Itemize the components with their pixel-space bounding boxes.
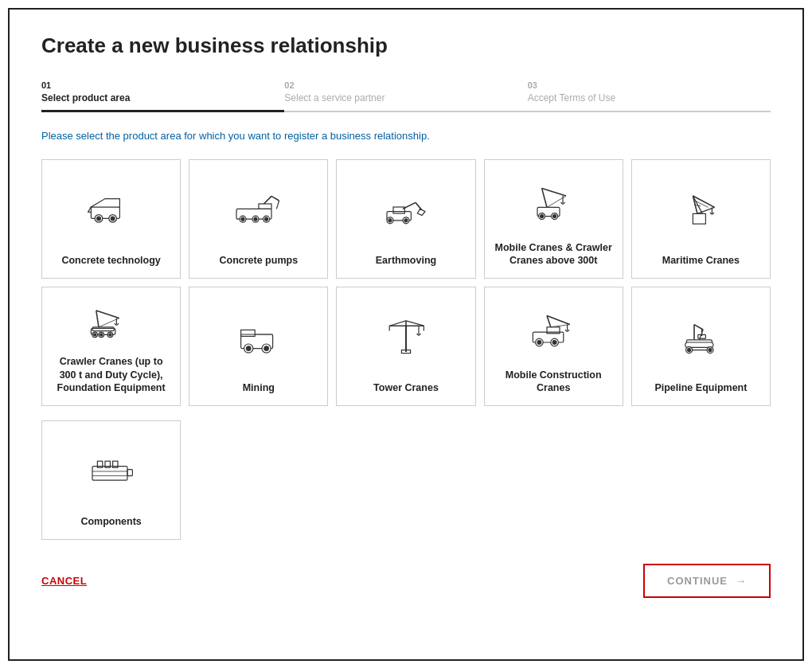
continue-button[interactable]: CONTINUE → [643, 564, 771, 598]
mobile-crawler-cranes-icon [528, 173, 579, 232]
svg-point-2 [96, 217, 100, 221]
svg-marker-5 [91, 198, 119, 206]
svg-point-4 [111, 217, 115, 221]
card-mobile-crawler-cranes-label: Mobile Cranes & Crawler Cranes above 300… [493, 241, 615, 268]
pipeline-equipment-icon [675, 300, 726, 372]
step-2-label: Select a service partner [284, 92, 527, 104]
svg-point-61 [264, 346, 269, 351]
steps-bar: 01 Select product area 02 Select a servi… [41, 80, 771, 112]
card-pipeline-equipment-label: Pipeline Equipment [654, 381, 747, 394]
step-3-label: Accept Terms of Use [528, 92, 771, 104]
svg-rect-36 [693, 213, 706, 224]
step-1-label: Select product area [41, 92, 284, 104]
svg-point-29 [541, 214, 544, 217]
svg-point-51 [108, 333, 111, 335]
components-icon [86, 434, 137, 506]
svg-point-23 [404, 219, 408, 222]
card-tower-cranes[interactable]: Tower Cranes [336, 287, 475, 406]
svg-point-15 [264, 217, 267, 221]
card-concrete-pumps-label: Concrete pumps [219, 254, 298, 267]
card-crawler-cranes[interactable]: Crawler Cranes (up to 300 t and Duty Cyc… [41, 287, 181, 406]
card-concrete-pumps[interactable]: Concrete pumps [189, 159, 328, 279]
bottom-actions: CANCEL CONTINUE → [41, 556, 771, 598]
svg-line-53 [96, 311, 119, 318]
instruction-text: Please select the product area for which… [41, 130, 771, 142]
svg-point-75 [537, 340, 541, 344]
svg-rect-9 [259, 204, 271, 209]
crawler-cranes-icon [86, 300, 137, 346]
card-tower-cranes-label: Tower Cranes [373, 381, 439, 394]
svg-point-59 [246, 346, 251, 351]
card-components-label: Components [80, 515, 141, 528]
card-concrete-technology[interactable]: Concrete technology [41, 159, 181, 279]
svg-line-89 [694, 324, 703, 329]
svg-rect-99 [127, 469, 132, 475]
step-1-num: 01 [41, 80, 284, 90]
card-earthmoving[interactable]: Earthmoving [336, 159, 475, 279]
svg-point-21 [388, 219, 392, 222]
card-crawler-cranes-label: Crawler Cranes (up to 300 t and Duty Cyc… [50, 355, 172, 394]
card-mobile-construction-cranes[interactable]: Mobile Construction Cranes [484, 287, 623, 406]
card-maritime-cranes-label: Maritime Cranes [662, 254, 740, 267]
card-components[interactable]: Components [41, 420, 181, 540]
card-mining-label: Mining [243, 381, 275, 394]
card-concrete-technology-label: Concrete technology [61, 254, 160, 267]
step-2-num: 02 [284, 80, 527, 90]
svg-line-68 [406, 321, 424, 326]
svg-line-18 [276, 201, 279, 209]
step-2: 02 Select a service partner [284, 80, 527, 112]
earthmoving-icon [381, 173, 431, 244]
product-grid: Concrete technology [41, 159, 771, 406]
mining-icon [233, 300, 284, 372]
step-3: 03 Accept Terms of Use [528, 80, 771, 112]
svg-line-17 [271, 196, 279, 201]
card-mining[interactable]: Mining [189, 287, 328, 406]
svg-line-16 [264, 196, 271, 204]
concrete-pumps-icon [233, 173, 284, 244]
svg-point-31 [553, 214, 556, 217]
svg-point-13 [254, 217, 257, 221]
svg-point-87 [709, 348, 712, 351]
svg-rect-57 [240, 330, 255, 336]
maritime-cranes-icon [675, 173, 726, 244]
continue-arrow-icon: → [736, 575, 747, 587]
svg-point-47 [93, 333, 96, 335]
continue-label: CONTINUE [667, 575, 728, 587]
svg-point-85 [688, 348, 691, 351]
svg-line-25 [403, 202, 416, 209]
card-mobile-construction-cranes-label: Mobile Construction Cranes [493, 369, 615, 395]
step-3-num: 03 [528, 80, 771, 90]
svg-rect-93 [92, 466, 127, 480]
svg-point-11 [241, 217, 244, 221]
svg-rect-24 [393, 207, 404, 213]
page-title: Create a new business relationship [41, 33, 771, 58]
svg-line-54 [99, 318, 119, 326]
mobile-construction-cranes-icon [528, 300, 579, 359]
card-earthmoving-label: Earthmoving [376, 254, 436, 267]
svg-line-69 [389, 321, 406, 326]
svg-line-32 [542, 188, 547, 207]
card-maritime-cranes[interactable]: Maritime Cranes [631, 159, 771, 279]
svg-point-77 [552, 340, 556, 344]
concrete-technology-icon [86, 173, 137, 244]
card-mobile-crawler-cranes[interactable]: Mobile Cranes & Crawler Cranes above 300… [484, 159, 623, 279]
svg-line-33 [542, 188, 566, 196]
svg-line-79 [547, 315, 570, 324]
tower-cranes-icon [381, 300, 431, 372]
svg-line-52 [96, 311, 98, 327]
svg-point-49 [100, 333, 102, 335]
cancel-button[interactable]: CANCEL [41, 575, 87, 587]
step-1: 01 Select product area [41, 80, 284, 112]
svg-rect-45 [92, 326, 114, 330]
card-pipeline-equipment[interactable]: Pipeline Equipment [631, 287, 771, 406]
page-container: Create a new business relationship 01 Se… [8, 8, 804, 661]
